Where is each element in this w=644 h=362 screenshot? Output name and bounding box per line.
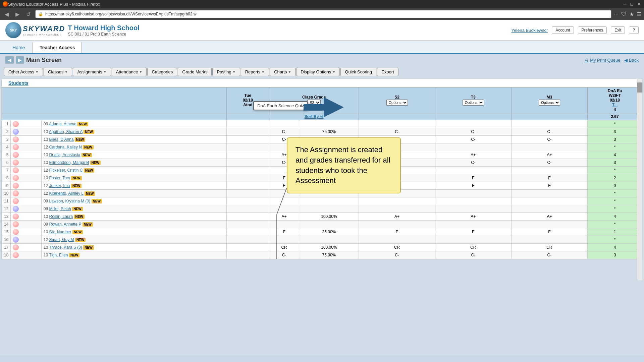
account-button[interactable]: Account [552, 26, 574, 34]
minimize-button[interactable]: ─ [623, 1, 627, 7]
dna-score-cell: 4 [587, 244, 642, 251]
attendance-cell [226, 244, 269, 251]
student-icon-cell [11, 236, 41, 244]
percentage-cell: 100.00% [299, 244, 359, 251]
s2-grade-cell [359, 205, 435, 213]
display-options-dropdown-arrow: ▼ [332, 70, 335, 74]
t3-options-select[interactable]: Options [463, 100, 484, 106]
student-icon [13, 237, 19, 243]
s2-grade-cell: F [359, 228, 435, 236]
new-badge: NEW [69, 253, 79, 257]
sort-header [2, 113, 227, 120]
scrollbar-thumb[interactable] [637, 82, 642, 93]
student-name-link[interactable]: Cardona, Kailey N [49, 145, 82, 149]
address-bar[interactable]: 🔒 https://mar-sky6.calhounisd.org/script… [35, 10, 611, 18]
new-badge: NEW [72, 207, 83, 211]
class-grade-cell [269, 221, 299, 228]
help-button[interactable]: ? [629, 26, 639, 34]
back-nav-button[interactable]: ◀ [3, 10, 11, 18]
hamburger-icon[interactable]: ☰ [637, 11, 641, 17]
row-number: 12 [2, 205, 11, 213]
exit-button[interactable]: Exit [611, 26, 625, 34]
student-name-link[interactable]: Fickelser, Cristin C [49, 168, 83, 173]
new-badge: NEW [74, 215, 85, 219]
preferences-button[interactable]: Preferences [578, 26, 607, 34]
student-name-link[interactable]: Thrace, Kara S (0) [49, 245, 82, 250]
new-badge: NEW [77, 122, 88, 126]
tab-home[interactable]: Home [5, 42, 32, 53]
students-label[interactable]: Students [4, 79, 33, 87]
dna-tooltip-trigger[interactable]: T... [612, 103, 618, 107]
student-name-link[interactable]: Biers, D'Anna [49, 137, 74, 142]
student-name-link[interactable]: Roslin, Laura [49, 214, 73, 219]
quick-scoring-button[interactable]: Quick Scoring [340, 68, 376, 76]
charts-button[interactable]: Charts ▼ [270, 68, 296, 76]
categories-button[interactable]: Categories [147, 68, 177, 76]
annotation-arrow [304, 97, 344, 118]
classes-button[interactable]: Classes ▼ [44, 68, 72, 76]
student-name-link[interactable]: Miller, Selah [49, 206, 71, 211]
dna-score-cell: 4 [587, 151, 642, 159]
back-button[interactable]: ◀ Back [624, 58, 639, 63]
student-name-link[interactable]: Junker, Ima [49, 183, 70, 188]
attendance-button[interactable]: Attendance ▼ [112, 68, 147, 76]
student-icon-cell [11, 120, 41, 128]
window-controls[interactable]: ─ □ ✕ [623, 1, 641, 7]
student-name-link[interactable]: Lawson, Krystina M (0) [49, 199, 91, 203]
student-name-link[interactable]: Agathon, Sharon A [49, 129, 83, 134]
classes-dropdown-arrow: ▼ [64, 70, 68, 74]
close-button[interactable]: ✕ [637, 1, 641, 7]
student-name-cell: 09 Miller, Selah NEW [41, 205, 226, 213]
t3-grade-cell: C- [435, 159, 511, 167]
shield-icon[interactable]: 🛡 [621, 11, 627, 17]
student-name-link[interactable]: Tigh, Ellen [49, 253, 68, 257]
student-name-link[interactable]: Adama, Athena [49, 122, 76, 126]
student-name-link[interactable]: Edmondson, Margaret [49, 160, 89, 165]
student-name-link[interactable]: Smart, Guy M [49, 237, 74, 242]
export-button[interactable]: Export [377, 68, 398, 76]
dna-header: DnA Ea W29-T 02/18 T... 4 [587, 87, 642, 113]
menu-dots-icon[interactable]: ··· [614, 11, 619, 17]
t3-header: T3 Options [435, 87, 511, 113]
bookmark-icon[interactable]: ★ [629, 11, 634, 17]
grade-marks-button[interactable]: Grade Marks [178, 68, 212, 76]
other-access-button[interactable]: Other Access ▼ [4, 68, 43, 76]
vertical-scrollbar[interactable] [637, 79, 642, 280]
dna-score-cell: 3 [587, 128, 642, 136]
reload-button[interactable]: ↺ [24, 10, 33, 18]
student-name-link[interactable]: Dualla, Anastasia [49, 153, 80, 157]
m3-options-select[interactable]: Options [539, 100, 560, 106]
student-name-link[interactable]: Six, Number [49, 230, 71, 234]
m3-grade-cell: C- [511, 128, 587, 136]
student-name-cell: 12 Fickelser, Cristin C NEW [41, 167, 226, 174]
attendance-cell [226, 128, 269, 136]
grade-level: 09 [44, 122, 48, 126]
user-name[interactable]: Yelena Bucklewscr [512, 28, 548, 33]
prev-screen-button[interactable]: ◀ [5, 56, 14, 64]
student-name-link[interactable]: Rowan, Annette P [49, 222, 82, 227]
next-screen-button[interactable]: ▶ [16, 56, 24, 64]
student-name-link[interactable]: Foster, Tory [49, 176, 70, 180]
student-name-cell: 12 Kiomento, Ashley L NEW [41, 190, 226, 197]
browser-toolbar: ◀ ▶ ↺ 🔒 https://mar-sky6.calhounisd.org/… [0, 8, 644, 20]
student-icon [13, 129, 19, 135]
t3-grade-cell [435, 205, 511, 213]
posting-button[interactable]: Posting ▼ [212, 68, 240, 76]
reports-button[interactable]: Reports ▼ [241, 68, 269, 76]
display-options-button[interactable]: Display Options ▼ [296, 68, 340, 76]
student-icon-cell [11, 197, 41, 205]
maximize-button[interactable]: □ [631, 1, 633, 7]
school-name: T Howard High School [68, 24, 139, 32]
student-name-link[interactable]: Kiomento, Ashley L [49, 191, 84, 196]
student-name-cell: 12 Cardona, Kailey N NEW [41, 143, 226, 151]
table-wrapper: Tue 02/18 Atnd Class Grade S2 [2, 87, 642, 259]
forward-nav-button[interactable]: ▶ [13, 10, 21, 18]
assignments-button[interactable]: Assignments ▼ [73, 68, 111, 76]
table-row: 1 09 Adama, Athena NEW * [2, 120, 642, 128]
tab-teacher-access[interactable]: Teacher Access [33, 42, 82, 53]
m3-grade-cell [511, 167, 587, 174]
s2-options-select[interactable]: Options [386, 100, 408, 106]
m3-grade-cell [511, 197, 587, 205]
print-queue-button[interactable]: 🖨 My Print Queue [584, 58, 620, 63]
student-icon-cell [11, 136, 41, 143]
